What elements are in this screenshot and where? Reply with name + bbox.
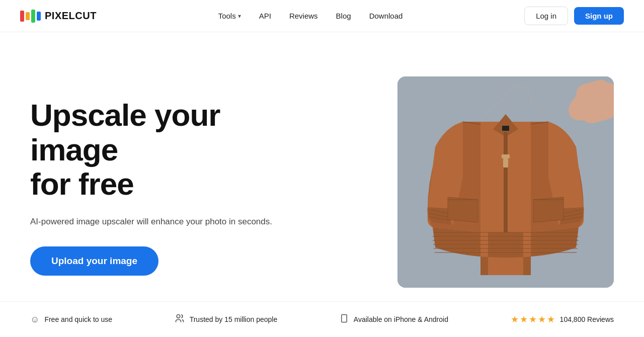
hero-title: Upscale your image for free — [30, 98, 312, 201]
signup-button[interactable]: Sign up — [574, 7, 624, 25]
nav-blog[interactable]: Blog — [336, 12, 351, 20]
upload-button[interactable]: Upload your image — [30, 246, 158, 276]
phone-icon — [340, 313, 349, 326]
login-button[interactable]: Log in — [524, 7, 568, 25]
nav-api[interactable]: API — [259, 12, 271, 20]
smile-icon: ☺ — [30, 314, 39, 325]
bottom-trusted: Trusted by 15 million people — [175, 313, 278, 326]
hero-content: Upscale your image for free AI-powered i… — [30, 88, 312, 275]
hero-image-area — [337, 76, 614, 288]
logo-bar-blue — [37, 12, 41, 21]
bottom-bar: ☺ Free and quick to use Trusted by 15 mi… — [0, 301, 644, 337]
logo-bar-green — [31, 10, 35, 23]
svg-rect-3 — [504, 132, 508, 242]
logo-bar-red — [20, 11, 24, 22]
svg-point-25 — [177, 314, 180, 318]
star-2: ★ — [520, 314, 528, 325]
logo[interactable]: PIXELCUT — [20, 10, 97, 23]
users-icon — [175, 313, 185, 326]
star-4: ★ — [538, 314, 546, 325]
bottom-reviews: ★ ★ ★ ★ ★ 104,800 Reviews — [511, 314, 614, 325]
nav-download[interactable]: Download — [369, 12, 403, 20]
nav-links: Tools ▾ API Reviews Blog Download — [218, 12, 403, 20]
logo-icon — [20, 10, 41, 23]
svg-rect-22 — [502, 126, 509, 131]
logo-bar-orange — [26, 12, 30, 20]
star-1: ★ — [511, 314, 519, 325]
hero-section: Upscale your image for free AI-powered i… — [0, 32, 644, 301]
logo-text: PIXELCUT — [45, 10, 97, 22]
hero-subtitle: AI-powered image upscaler will enhance y… — [30, 215, 312, 228]
svg-rect-4 — [502, 154, 510, 158]
star-5: ★ — [547, 314, 555, 325]
star-3: ★ — [529, 314, 537, 325]
nav-actions: Log in Sign up — [524, 7, 624, 25]
jacket-illustration — [397, 76, 614, 288]
nav-reviews[interactable]: Reviews — [289, 12, 318, 20]
svg-rect-5 — [503, 158, 508, 167]
nav-tools[interactable]: Tools ▾ — [218, 12, 241, 20]
bottom-mobile: Available on iPhone & Android — [340, 313, 448, 326]
navbar: PIXELCUT Tools ▾ API Reviews Blog Downlo… — [0, 0, 644, 32]
chevron-down-icon: ▾ — [238, 13, 241, 20]
bottom-free: ☺ Free and quick to use — [30, 314, 112, 325]
hero-image — [397, 76, 614, 288]
star-rating: ★ ★ ★ ★ ★ — [511, 314, 555, 325]
